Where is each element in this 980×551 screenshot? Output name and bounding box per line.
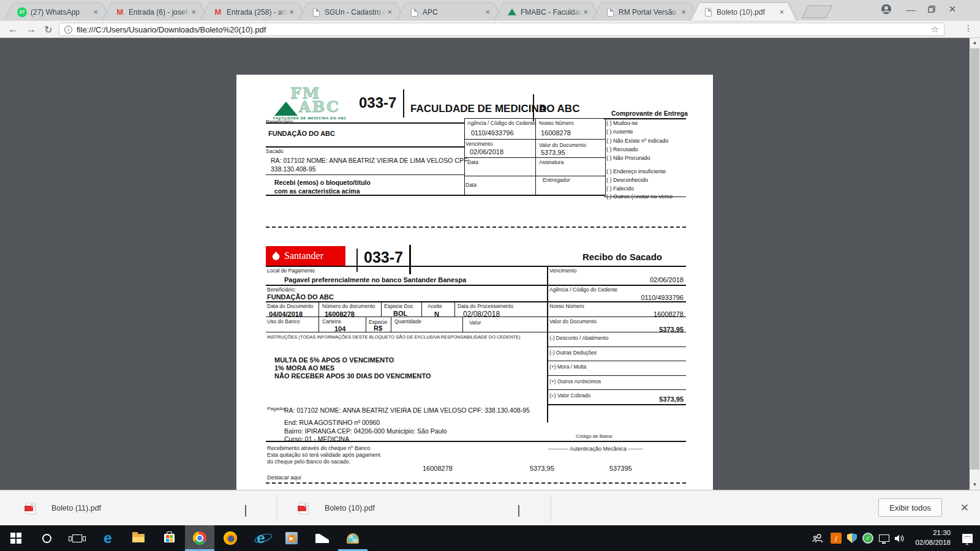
defender-tray-icon[interactable] (844, 525, 860, 551)
mail-button[interactable] (307, 525, 337, 551)
firefox-button[interactable] (216, 525, 245, 551)
page-favicon-icon (313, 8, 320, 17)
java-tray-icon[interactable]: ʃ (828, 525, 844, 551)
santander-flame-icon (271, 251, 281, 261)
tab-title: APC (423, 8, 484, 17)
tab-whatsapp[interactable]: 27 (27) WhatsApp × (5, 3, 110, 21)
page-favicon-icon (705, 8, 712, 17)
profile-avatar-icon[interactable] (877, 0, 895, 18)
slip-title: FACULDADE DE MEDICINA (410, 103, 546, 115)
tab-rm-portal[interactable]: RM Portal Versão 12 × (593, 3, 698, 21)
tab-gmail-2[interactable]: M Entrada (258) - anna × (201, 3, 306, 21)
edge-icon: e (104, 531, 111, 545)
chrome-button[interactable] (185, 525, 214, 551)
tab-apc[interactable]: APC × (397, 3, 502, 21)
rule (266, 195, 465, 196)
tab-title: Entrada (6) - josefali (129, 8, 190, 17)
action-center-button[interactable]: 2 (959, 525, 975, 551)
rule (462, 317, 463, 332)
recebi-line: com as caracteristica acima (274, 187, 360, 195)
deduction-label: (-) Outras Deduções (549, 350, 597, 356)
restore-button[interactable] (922, 0, 941, 18)
scrollbar-thumb[interactable] (970, 48, 979, 470)
tab-close-icon[interactable]: × (484, 7, 491, 17)
scroll-up-icon[interactable]: ▲ (970, 38, 980, 48)
volume-tray-icon[interactable] (892, 525, 908, 551)
tab-close-icon[interactable]: × (190, 7, 197, 17)
show-all-downloads-button[interactable]: Exibir todos (878, 498, 942, 517)
internet-explorer-button[interactable]: e (246, 525, 276, 551)
shell-app-button[interactable] (338, 525, 368, 551)
download-chevron-icon[interactable] (245, 506, 246, 517)
instrucao-line: MULTA DE 5% APOS O VENCIMENTO (274, 356, 394, 364)
reload-icon[interactable]: ↻ (40, 21, 56, 38)
notification-badge: 2 (964, 538, 971, 539)
download-filename[interactable]: Boleto (11).pdf (51, 504, 101, 512)
tab-close-icon[interactable]: × (288, 7, 295, 17)
delivery-option: ( ) Endereço insuficiente (606, 168, 666, 174)
tab-close-icon[interactable]: × (386, 7, 393, 17)
media-player-button[interactable]: ▶ (277, 525, 306, 551)
field-label: Beneficiário: (267, 287, 296, 293)
tab-gmail-1[interactable]: M Entrada (6) - josefali × (103, 3, 208, 21)
instrucao-line: 1% MORA AO MES (274, 364, 334, 372)
sacado-line: 338.130.408-95 (271, 165, 316, 173)
edge-button[interactable]: e (93, 525, 123, 551)
certificate-tray-icon[interactable]: ✓ (860, 525, 876, 551)
new-tab-button[interactable] (801, 6, 832, 18)
mail-icon (315, 534, 329, 543)
store-button[interactable] (154, 525, 184, 551)
tab-boleto-active[interactable]: Boleto (10).pdf × (691, 3, 796, 21)
delivery-option: ( ) Mudou-se (606, 120, 638, 126)
autenticacao-label: ----------- Autenticação Mecânica ------… (548, 446, 643, 452)
pdf-scrollbar[interactable]: ▲ ▼ (970, 38, 980, 490)
rule (454, 301, 455, 317)
people-tray-icon[interactable] (810, 525, 826, 551)
rule (464, 118, 606, 119)
fmabc-triangle-icon (274, 102, 298, 116)
tab-fmabc[interactable]: FMABC - Faculdade × (495, 3, 600, 21)
address-bar[interactable]: i file:///C:/Users/Usuario/Downloads/Bol… (59, 23, 944, 36)
scroll-down-icon[interactable]: ▼ (970, 480, 980, 490)
download-item[interactable]: Boleto (10).pdf (299, 490, 375, 526)
field-label: Beneficiário (266, 119, 293, 125)
tab-sgun[interactable]: SGUn - Cadastro de × (299, 3, 404, 21)
taskbar-clock[interactable]: 21:30 02/08/2018 (915, 525, 951, 551)
tab-close-icon[interactable]: × (778, 7, 785, 17)
task-view-button[interactable] (62, 525, 92, 551)
download-item[interactable]: Boleto (11).pdf (26, 490, 101, 526)
rule (464, 139, 606, 140)
file-explorer-button[interactable] (124, 525, 153, 551)
tab-close-icon[interactable]: × (582, 7, 589, 17)
download-filename[interactable]: Boleto (10).pdf (325, 504, 375, 512)
back-icon[interactable]: ← (5, 21, 21, 38)
display-tray-icon[interactable] (876, 525, 892, 551)
page-info-icon[interactable]: i (64, 26, 72, 34)
close-downloads-icon[interactable]: ✕ (960, 501, 969, 514)
bookmark-star-icon[interactable]: ☆ (931, 24, 939, 35)
cortana-icon (42, 534, 51, 543)
field-label: Valor do Documento (539, 142, 586, 148)
field-label: Nosso Número (539, 120, 574, 126)
minimize-button[interactable]: — (902, 0, 920, 18)
close-window-button[interactable]: ✕ (943, 0, 962, 18)
tab-close-icon[interactable]: × (680, 7, 687, 17)
santander-wordmark: Santander (284, 250, 323, 261)
cortana-button[interactable] (32, 525, 61, 551)
download-chevron-icon[interactable] (518, 506, 519, 517)
tab-close-icon[interactable]: × (92, 7, 99, 17)
tear-line (266, 482, 686, 484)
delivery-option: ( ) Não Existe nº indicado (606, 138, 668, 144)
url-text[interactable]: file:///C:/Users/Usuario/Downloads/Bolet… (77, 25, 931, 34)
store-icon (164, 534, 175, 542)
field-label: Agência / Código do Cedente (467, 120, 535, 126)
browser-menu-icon[interactable]: ⋮ (964, 23, 973, 33)
whatsapp-favicon-icon: 27 (17, 7, 27, 17)
rule (464, 157, 606, 158)
start-button[interactable] (1, 525, 31, 551)
delivery-option: ( ) Desconhecido (606, 177, 648, 183)
forward-icon[interactable]: → (23, 21, 39, 38)
pdf-file-icon (26, 503, 36, 514)
pdf-page: FM ABC FACULDADE DE MEDICINA DO ABC 033-… (236, 75, 713, 490)
rule (266, 332, 686, 332)
